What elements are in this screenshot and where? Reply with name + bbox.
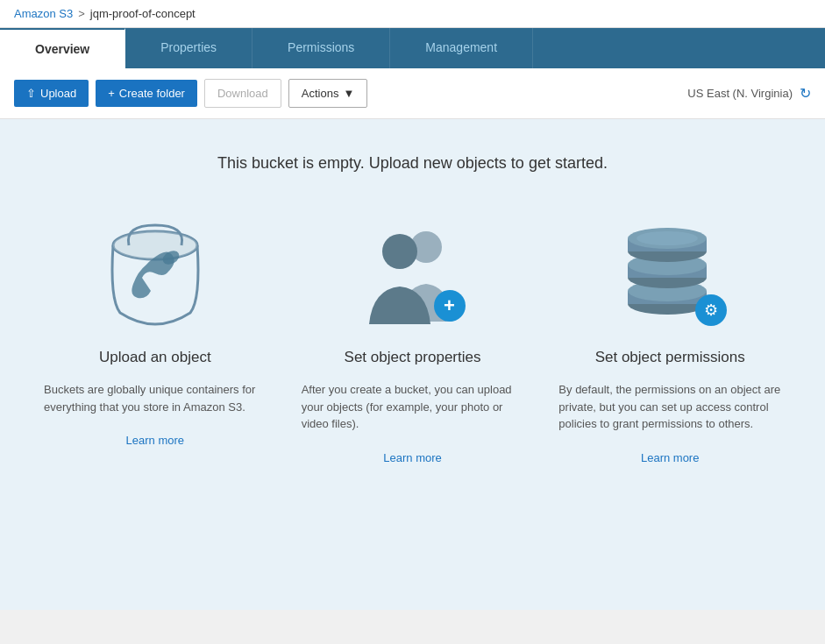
card-properties-desc: After you create a bucket, you can uploa… — [302, 381, 524, 433]
tab-bar: Overview Properties Permissions Manageme… — [0, 28, 825, 68]
info-cards: Upload an object Buckets are globally un… — [18, 216, 807, 464]
upload-icon: ⇧ — [26, 87, 36, 100]
card-permissions-desc: By default, the permissions on an object… — [558, 381, 781, 433]
card-permissions-title: Set object permissions — [558, 348, 781, 367]
breadcrumb-bucket-name: jqm-proof-of-concept — [90, 7, 196, 20]
toolbar: ⇧ Upload + Create folder Download Action… — [0, 68, 825, 119]
breadcrumb: Amazon S3 > jqm-proof-of-concept — [0, 0, 825, 28]
upload-button[interactable]: ⇧ Upload — [14, 80, 89, 107]
card-permissions-learn-more[interactable]: Learn more — [641, 451, 699, 464]
breadcrumb-separator: > — [78, 7, 85, 20]
svg-point-4 — [382, 234, 417, 269]
card-properties-title: Set object properties — [302, 348, 524, 367]
tab-overview[interactable]: Overview — [0, 28, 125, 68]
breadcrumb-s3-link[interactable]: Amazon S3 — [14, 7, 73, 20]
refresh-icon[interactable]: ↻ — [800, 85, 811, 102]
set-permissions-icon: ⚙ — [600, 216, 740, 330]
card-set-permissions: ⚙ Set object permissions By default, the… — [550, 216, 790, 464]
tab-properties[interactable]: Properties — [125, 28, 252, 68]
plus-badge-icon: + — [434, 290, 466, 322]
card-upload-title: Upload an object — [44, 348, 267, 367]
upload-object-icon — [85, 216, 225, 330]
tab-management[interactable]: Management — [390, 28, 533, 68]
set-properties-icon: + — [343, 216, 483, 330]
svg-point-1 — [113, 231, 197, 259]
create-folder-button[interactable]: + Create folder — [96, 80, 197, 107]
card-upload-learn-more[interactable]: Learn more — [126, 434, 184, 447]
svg-point-14 — [637, 231, 698, 245]
card-upload-desc: Buckets are globally unique containers f… — [44, 381, 267, 415]
region-label: US East (N. Virginia) ↻ — [687, 85, 811, 102]
chevron-down-icon: ▼ — [343, 87, 354, 100]
tab-permissions[interactable]: Permissions — [252, 28, 390, 68]
download-button: Download — [204, 79, 281, 108]
empty-bucket-message: This bucket is empty. Upload new objects… — [18, 145, 807, 173]
plus-icon: + — [108, 87, 115, 100]
card-set-properties: + Set object properties After you create… — [293, 216, 533, 464]
main-content: This bucket is empty. Upload new objects… — [0, 119, 825, 610]
gear-badge-icon: ⚙ — [695, 294, 727, 326]
card-upload-object: Upload an object Buckets are globally un… — [35, 216, 275, 464]
actions-button[interactable]: Actions ▼ — [288, 79, 368, 108]
card-properties-learn-more[interactable]: Learn more — [383, 451, 441, 464]
